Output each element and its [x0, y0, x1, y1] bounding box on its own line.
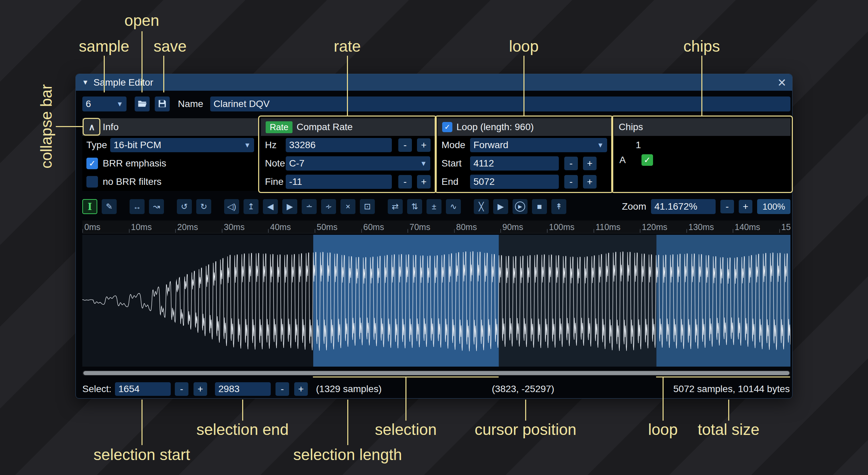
- save-icon: [157, 99, 167, 109]
- resample-button[interactable]: ↝: [149, 199, 164, 214]
- sample-type-dropdown[interactable]: 16-bit PCM ▼: [110, 138, 254, 152]
- annotation-loop-tick: [663, 376, 664, 421]
- save-button[interactable]: [155, 96, 170, 111]
- annotation-rate-label: rate: [334, 37, 361, 55]
- annotation-collapse-line: [56, 126, 83, 127]
- sample-number-value: 6: [86, 99, 91, 109]
- reverse-button[interactable]: ⇄: [388, 199, 403, 214]
- selection-start-decrement-button[interactable]: -: [175, 382, 188, 396]
- ruler-label: 30ms: [224, 221, 245, 233]
- fade-in-button[interactable]: ◀: [263, 199, 278, 214]
- edit-mode-select-button[interactable]: I: [82, 199, 97, 214]
- normalize-icon: ↥: [248, 202, 254, 211]
- ruler-label: 120ms: [642, 221, 667, 233]
- ruler-label: 50ms: [317, 221, 337, 233]
- delete-button[interactable]: ×: [340, 199, 355, 214]
- info-panel-header[interactable]: ∧ Info: [82, 118, 258, 136]
- preview-button[interactable]: ▶: [493, 199, 508, 214]
- no-brr-filters-label: no BRR filters: [103, 176, 162, 187]
- annotation-rate-box: [258, 116, 437, 193]
- undo-icon: ↺: [181, 202, 188, 211]
- amplify-button[interactable]: ◁): [224, 199, 239, 214]
- annotation-collapse-box: [83, 118, 100, 136]
- scrollbar-thumb[interactable]: [83, 371, 789, 375]
- selection-end-increment-button[interactable]: +: [294, 382, 308, 396]
- sign-invert-button[interactable]: ±: [427, 199, 441, 214]
- selection-end-value: 2983: [218, 382, 239, 396]
- selection-end-input[interactable]: 2983: [215, 382, 271, 396]
- selection-start-input[interactable]: 1654: [115, 382, 171, 396]
- zoom-input[interactable]: 41.1672%: [651, 199, 716, 214]
- close-icon[interactable]: ×: [778, 77, 786, 88]
- info-panel-title: Info: [103, 122, 119, 133]
- sample-toolbar: I ✎ ↔ ↝ ↺ ↻ ◁) ↥ ◀ ▶ ∸ ∻ × ⊡ ⇄ ⇅ ± ∿ ╳ ▶…: [82, 198, 790, 215]
- sample-number-dropdown[interactable]: 6 ▼: [82, 96, 127, 111]
- sample-header-row: 6 ▼ Name Clarinet DQV: [82, 95, 790, 112]
- no-brr-filters-checkbox[interactable]: [86, 176, 98, 188]
- sign-invert-icon: ±: [432, 202, 436, 211]
- waveform-canvas[interactable]: [82, 235, 790, 367]
- waveform-scrollbar[interactable]: [82, 370, 790, 376]
- ruler-label: 140ms: [735, 221, 760, 233]
- time-ruler[interactable]: 0ms 10ms 20ms 30ms 40ms 50ms 60ms 70ms 8…: [82, 221, 790, 233]
- play-icon: ▶: [498, 202, 504, 211]
- annotation-selection-length-line: [347, 400, 348, 445]
- redo-icon: ↻: [200, 202, 207, 211]
- fade-in-icon: ◀: [267, 202, 273, 211]
- window-title: Sample Editor: [94, 77, 153, 88]
- zoom-reset-button[interactable]: 100%: [757, 199, 790, 214]
- ruler-label: 60ms: [363, 221, 384, 233]
- stop-preview-button[interactable]: ■: [532, 199, 547, 214]
- zoom-in-button[interactable]: +: [739, 200, 752, 213]
- annotation-chips-label: chips: [683, 37, 720, 55]
- annotation-total-size-line: [728, 400, 729, 421]
- trim-button[interactable]: ⊡: [360, 199, 375, 214]
- window-collapse-icon[interactable]: ▼: [82, 78, 89, 86]
- window-titlebar[interactable]: ▼ Sample Editor ×: [76, 74, 792, 91]
- status-bar: Select: 1654 - + 2983 - + (1329 samples)…: [76, 381, 793, 397]
- annotation-selection-tick: [405, 376, 406, 421]
- filter-button[interactable]: ∿: [446, 199, 461, 214]
- normalize-button[interactable]: ↥: [244, 199, 258, 214]
- selection-start-value: 1654: [118, 382, 139, 396]
- open-button[interactable]: [135, 96, 150, 111]
- name-label: Name: [178, 99, 203, 109]
- crossfade-button[interactable]: ╳: [474, 199, 489, 214]
- ruler-label: 20ms: [177, 221, 198, 233]
- resize-icon: ↔: [133, 202, 141, 211]
- zoom-out-button[interactable]: -: [720, 200, 734, 213]
- selection-start-increment-button[interactable]: +: [194, 382, 207, 396]
- redo-button[interactable]: ↻: [196, 199, 211, 214]
- undo-button[interactable]: ↺: [177, 199, 192, 214]
- stop-icon: ■: [537, 202, 542, 211]
- apply-silence-button[interactable]: ∻: [321, 199, 336, 214]
- preview-loop-button[interactable]: ▶: [513, 199, 528, 214]
- crop-icon: ⊡: [364, 202, 371, 211]
- pencil-icon: ✎: [106, 202, 113, 211]
- chevron-down-icon: ▼: [240, 141, 251, 149]
- sample-name-input[interactable]: Clarinet DQV: [210, 96, 790, 111]
- edit-mode-draw-button[interactable]: ✎: [102, 199, 117, 214]
- annotation-loop-bottom-label: loop: [648, 420, 678, 439]
- selection-end-decrement-button[interactable]: -: [276, 382, 289, 396]
- ruler-label: 0ms: [84, 221, 100, 233]
- resize-button[interactable]: ↔: [130, 199, 145, 214]
- speaker-icon: ◁): [227, 202, 236, 211]
- brr-emphasis-checkbox[interactable]: ✓: [86, 158, 98, 169]
- zoom-value: 41.1672%: [654, 201, 697, 212]
- folder-open-icon: [137, 99, 147, 109]
- insert-silence-button[interactable]: ∸: [302, 199, 317, 214]
- type-label: Type: [86, 140, 110, 151]
- annotation-selection-label: selection: [375, 420, 437, 439]
- ruler-label: 80ms: [456, 221, 477, 233]
- export-button[interactable]: ↟: [551, 199, 566, 214]
- annotation-chips-line: [701, 56, 702, 116]
- ruler-label: 130ms: [688, 221, 714, 233]
- selection-length-text: (1329 samples): [316, 382, 382, 396]
- fade-out-button[interactable]: ▶: [282, 199, 297, 214]
- sample-type-value: 16-bit PCM: [114, 140, 161, 151]
- ruler-label: 110ms: [596, 221, 620, 233]
- crossfade-icon: ╳: [479, 202, 484, 211]
- invert-button[interactable]: ⇅: [407, 199, 422, 214]
- ruler-label: 90ms: [502, 221, 523, 233]
